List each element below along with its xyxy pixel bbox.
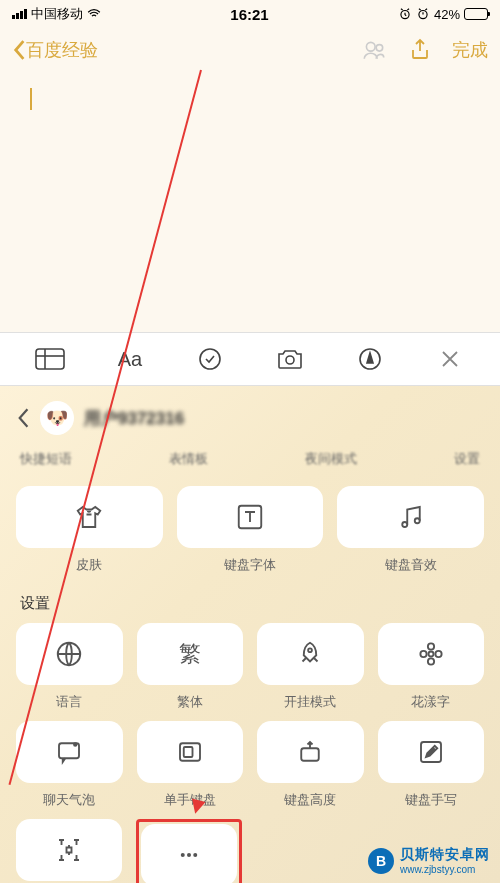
checklist-button[interactable] xyxy=(188,337,232,381)
avatar[interactable]: 🐶 xyxy=(40,401,74,435)
back-button[interactable]: 百度经验 xyxy=(12,38,98,62)
alarm-icon xyxy=(398,7,412,21)
rocket-icon xyxy=(295,639,325,669)
svg-point-12 xyxy=(414,518,419,523)
table-icon xyxy=(35,348,65,370)
settings-row-1: 语言 繁 繁体 开挂模式 花漾字 xyxy=(16,623,484,711)
truncated-row: 快捷短语表情板夜间模式设置 xyxy=(16,450,484,476)
carrier-label: 中国移动 xyxy=(31,5,83,23)
clock: 16:21 xyxy=(101,6,398,23)
pen-circle-icon xyxy=(358,347,382,371)
share-icon xyxy=(408,38,432,62)
battery-pct: 42% xyxy=(434,7,460,22)
close-keyboard-button[interactable] xyxy=(428,337,472,381)
svg-point-18 xyxy=(420,651,426,657)
svg-point-14 xyxy=(308,648,312,652)
svg-point-27 xyxy=(187,853,191,857)
svg-point-7 xyxy=(200,349,220,369)
height-icon xyxy=(295,737,325,767)
people-icon xyxy=(361,37,387,63)
settings-section-title: 设置 xyxy=(20,594,484,613)
svg-rect-24 xyxy=(302,748,320,761)
signal-icon xyxy=(12,9,27,19)
font-item[interactable]: 键盘字体 xyxy=(177,486,324,574)
nav-bar: 百度经验 完成 xyxy=(0,28,500,72)
format-toolbar: Aa xyxy=(0,332,500,386)
collaborate-button[interactable] xyxy=(360,36,388,64)
watermark-logo-icon: B xyxy=(368,848,394,874)
svg-point-19 xyxy=(435,651,441,657)
text-cursor xyxy=(30,88,32,110)
settings-row-2: 聊天气泡 单手键盘 键盘高度 键盘手写 xyxy=(16,721,484,809)
sound-item[interactable]: 键盘音效 xyxy=(337,486,484,574)
flower-icon xyxy=(416,639,446,669)
done-button[interactable]: 完成 xyxy=(452,38,488,62)
svg-rect-4 xyxy=(36,349,64,369)
close-icon xyxy=(440,349,460,369)
status-bar: 中国移动 16:21 42% xyxy=(0,0,500,28)
fan-char-icon: 繁 xyxy=(137,623,244,685)
camera-icon xyxy=(276,347,304,371)
wifi-icon xyxy=(87,7,101,21)
bubble-icon xyxy=(54,737,84,767)
handwrite-icon xyxy=(416,737,446,767)
handwrite-item[interactable]: 键盘手写 xyxy=(378,721,485,809)
check-circle-icon xyxy=(198,347,222,371)
custom-toolbar-icon xyxy=(54,835,84,865)
username-label: 用户9372316 xyxy=(84,407,184,430)
svg-point-8 xyxy=(286,356,294,364)
globe-icon xyxy=(54,639,84,669)
chat-bubble-item[interactable]: 聊天气泡 xyxy=(16,721,123,809)
panel-back-button[interactable] xyxy=(16,407,30,429)
alarm2-icon xyxy=(416,7,430,21)
svg-rect-23 xyxy=(184,747,193,757)
svg-point-16 xyxy=(428,643,434,649)
svg-point-26 xyxy=(181,853,185,857)
chevron-left-icon xyxy=(12,39,26,61)
fancy-text-item[interactable]: 花漾字 xyxy=(378,623,485,711)
skin-item[interactable]: 皮肤 xyxy=(16,486,163,574)
svg-point-1 xyxy=(419,11,427,19)
text-t-icon xyxy=(235,502,265,532)
traditional-item[interactable]: 繁 繁体 xyxy=(137,623,244,711)
svg-point-3 xyxy=(376,45,383,52)
watermark-title: 贝斯特安卓网 xyxy=(400,846,490,864)
music-note-icon xyxy=(396,502,426,532)
svg-point-28 xyxy=(193,853,197,857)
note-body[interactable] xyxy=(0,72,500,332)
custom-toolbar-item[interactable]: 定制工具栏 xyxy=(16,819,122,883)
single-hand-icon xyxy=(175,737,205,767)
svg-point-21 xyxy=(74,743,77,746)
more-settings-item[interactable]: 更多设置 xyxy=(136,819,242,883)
table-button[interactable] xyxy=(28,337,72,381)
share-button[interactable] xyxy=(406,36,434,64)
one-hand-item[interactable]: 单手键盘 xyxy=(137,721,244,809)
text-style-button[interactable]: Aa xyxy=(108,337,152,381)
svg-point-17 xyxy=(428,658,434,664)
dots-icon xyxy=(174,840,204,870)
svg-point-2 xyxy=(366,42,375,51)
watermark: B 贝斯特安卓网 www.zjbstyy.com xyxy=(368,846,490,875)
svg-point-11 xyxy=(402,522,407,527)
keyboard-height-item[interactable]: 键盘高度 xyxy=(257,721,364,809)
battery-icon xyxy=(464,8,488,20)
keyboard-panel: 🐶 用户9372316 快捷短语表情板夜间模式设置 皮肤 键盘字体 键盘音效 设… xyxy=(0,386,500,883)
watermark-url: www.zjbstyy.com xyxy=(400,864,490,875)
camera-button[interactable] xyxy=(268,337,312,381)
back-label: 百度经验 xyxy=(26,38,98,62)
boost-mode-item[interactable]: 开挂模式 xyxy=(257,623,364,711)
markup-button[interactable] xyxy=(348,337,392,381)
svg-point-15 xyxy=(428,652,433,657)
